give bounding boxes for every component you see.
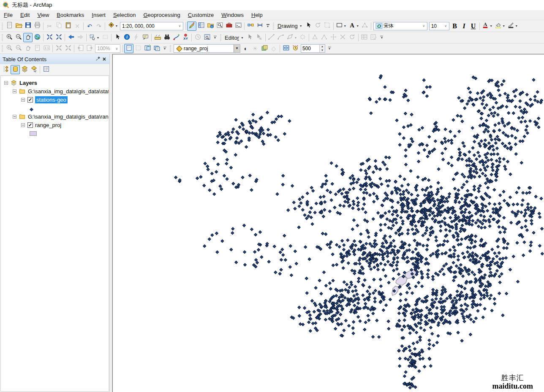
fixed-zoom-in-button[interactable] — [45, 33, 54, 42]
toolbar-grip[interactable] — [2, 34, 3, 41]
table-of-contents-button[interactable] — [196, 22, 206, 31]
italic-button[interactable]: I — [460, 22, 469, 31]
toolbar-grip[interactable] — [2, 23, 3, 30]
close-icon[interactable]: × — [101, 56, 108, 62]
back-extent-button[interactable] — [66, 33, 76, 42]
save-button[interactable] — [23, 22, 33, 31]
data-driven-pages-button[interactable] — [152, 44, 161, 53]
menu-edit[interactable]: Edit — [16, 11, 33, 19]
fill-color-button[interactable]: ▼ — [494, 22, 506, 31]
pin-icon[interactable] — [95, 56, 101, 62]
arctoolbox-button[interactable] — [224, 22, 234, 31]
menu-insert[interactable]: Insert — [88, 11, 109, 19]
chevron-down-icon[interactable]: ▼ — [234, 45, 240, 52]
fixed-zoom-out-button[interactable] — [54, 33, 63, 42]
chevron-down-icon[interactable]: ∨ — [421, 24, 427, 28]
full-extent-button[interactable] — [33, 33, 42, 42]
menu-geoprocessing[interactable]: Geoprocessing — [139, 11, 184, 19]
select-elements-tool-button[interactable] — [113, 33, 122, 42]
paste-button[interactable] — [63, 22, 73, 31]
toolbar-grip[interactable] — [220, 34, 221, 41]
layer-visibility-checkbox[interactable]: ✓ — [27, 97, 33, 103]
find-route-button[interactable] — [171, 33, 181, 42]
menu-windows[interactable]: Windows — [218, 11, 248, 19]
collapse-icon[interactable] — [4, 81, 8, 85]
toolbar-overflow-button[interactable]: ▼ — [327, 47, 332, 51]
find-button[interactable] — [162, 33, 171, 42]
group-heading-stations-label[interactable]: G:\sanxia_img_data\gis_data\statio — [28, 88, 109, 95]
toolbar-overflow-button[interactable]: ▼ — [162, 47, 167, 51]
open-button[interactable] — [14, 22, 23, 31]
callout-button[interactable] — [141, 33, 150, 42]
editor-toolbar-toggle[interactable] — [187, 22, 196, 31]
select-elements-button[interactable] — [304, 22, 313, 31]
toc-options-button[interactable] — [41, 65, 51, 74]
collapse-icon[interactable] — [21, 98, 25, 102]
select-features-button[interactable]: ▼ — [88, 33, 101, 42]
go-to-xy-button[interactable]: XY — [181, 33, 190, 42]
chevron-down-icon[interactable]: ∨ — [177, 24, 183, 28]
bold-button[interactable]: B — [450, 22, 460, 31]
group-heading-range-label[interactable]: G:\sanxia_img_data\gis_data\range — [28, 114, 109, 120]
chevron-down-icon[interactable]: ∨ — [443, 24, 449, 28]
catalog-button[interactable] — [206, 22, 215, 31]
toggle-draft-mode-button[interactable] — [124, 44, 133, 53]
editor-menu[interactable]: Editor▼ — [223, 35, 245, 41]
toolbar-grip[interactable] — [170, 45, 171, 52]
measure-button[interactable] — [153, 33, 162, 42]
collapse-icon[interactable] — [13, 115, 16, 119]
toc-list-by-selection-button[interactable] — [29, 65, 38, 74]
undo-button[interactable]: ↶ — [85, 22, 94, 31]
collapse-icon[interactable] — [13, 89, 16, 93]
font-combo[interactable]: O宋体∨ — [373, 22, 427, 30]
layers-group-label[interactable]: Layers — [19, 80, 37, 86]
toolbar-grip[interactable] — [273, 23, 274, 30]
search-button[interactable] — [215, 22, 224, 31]
menu-customize[interactable]: Customize — [184, 11, 218, 19]
layer-stations-geo-label[interactable]: stations-geo — [35, 96, 68, 103]
python-button[interactable] — [234, 22, 243, 31]
identify-button[interactable]: i — [122, 33, 131, 42]
change-layout-button[interactable] — [143, 44, 152, 53]
add-data-button[interactable]: ▼ — [106, 22, 119, 31]
underline-button[interactable]: U — [469, 22, 478, 31]
contrast-button[interactable]: ◐ — [241, 44, 250, 53]
menu-help[interactable]: Help — [248, 11, 267, 19]
pan-button[interactable] — [23, 33, 33, 42]
point-symbol-swatch[interactable] — [30, 106, 33, 110]
toolbar-overflow-button[interactable]: ▼ — [265, 24, 270, 28]
spin-down-icon[interactable]: ▼ — [320, 49, 325, 52]
toc-list-by-drawing-order-button[interactable] — [1, 65, 11, 74]
viewer-window-button[interactable] — [202, 33, 212, 42]
line-color-button[interactable]: ▼ — [506, 22, 519, 31]
menu-view[interactable]: View — [33, 11, 53, 19]
print-button[interactable] — [33, 22, 42, 31]
scale-combo[interactable]: 1:20, 000, 000∨ — [120, 22, 183, 30]
toolbar-overflow-button[interactable]: ▼ — [379, 36, 384, 40]
zoom-in-button[interactable] — [5, 33, 14, 42]
menu-bookmarks[interactable]: Bookmarks — [53, 11, 88, 19]
toolbar-overflow-button[interactable]: ▼ — [212, 36, 218, 40]
menu-selection[interactable]: Selection — [109, 11, 139, 19]
modelbuilder-button[interactable] — [246, 22, 255, 31]
map-canvas[interactable] — [113, 54, 544, 392]
layer-range-proj-label[interactable]: range_proj — [35, 122, 61, 128]
drawing-menu[interactable]: Drawing▼ — [276, 23, 304, 29]
effects-layer-combo[interactable]: range_proj▼ — [174, 44, 240, 53]
flicker-rate-spinner[interactable]: 500▲▼ — [301, 44, 325, 53]
text-tool-button[interactable]: A▼ — [348, 22, 360, 31]
flicker-button[interactable] — [291, 44, 300, 53]
toolbar-grip[interactable] — [2, 45, 3, 52]
collapse-icon[interactable] — [21, 123, 25, 127]
zoom-out-button[interactable] — [14, 33, 23, 42]
spin-up-icon[interactable]: ▲ — [320, 45, 325, 49]
font-size-combo[interactable]: 10∨ — [429, 22, 449, 30]
zoom-percent-combo[interactable]: 100%∨ — [95, 44, 120, 53]
layer-visibility-checkbox[interactable]: ✓ — [27, 122, 33, 128]
new-map-button[interactable] — [5, 22, 14, 31]
map-view[interactable]: 胜丰汇 maiditu.com — [112, 54, 544, 392]
menu-file[interactable]: File — [0, 11, 16, 19]
font-color-button[interactable]: A▼ — [481, 22, 494, 31]
polygon-symbol-swatch[interactable] — [30, 131, 37, 136]
swipe-button[interactable] — [281, 44, 291, 53]
